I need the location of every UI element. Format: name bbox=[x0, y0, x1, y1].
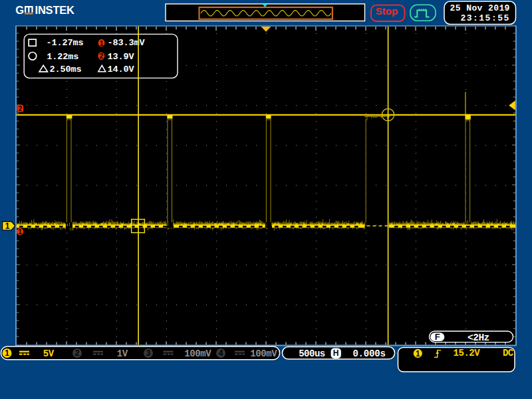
svg-text:2: 2 bbox=[19, 105, 23, 112]
svg-text:DC: DC bbox=[503, 348, 514, 358]
svg-text:1V: 1V bbox=[117, 348, 128, 359]
svg-text:Stop: Stop bbox=[376, 5, 398, 17]
svg-text:3: 3 bbox=[146, 348, 151, 358]
svg-text:1: 1 bbox=[18, 228, 22, 235]
svg-text:13.9V: 13.9V bbox=[108, 52, 135, 62]
svg-text:F: F bbox=[435, 332, 440, 342]
svg-text:-83.3mV: -83.3mV bbox=[108, 38, 146, 48]
svg-text:2: 2 bbox=[75, 348, 80, 358]
svg-text:1: 1 bbox=[5, 348, 9, 358]
svg-text:25 Nov 2019: 25 Nov 2019 bbox=[450, 3, 510, 13]
svg-text:1: 1 bbox=[5, 221, 10, 231]
svg-text:1.22ms: 1.22ms bbox=[47, 52, 78, 62]
svg-text:<2Hz: <2Hz bbox=[467, 332, 489, 343]
svg-text:14.0V: 14.0V bbox=[108, 65, 135, 74]
svg-text:H: H bbox=[333, 348, 339, 358]
svg-text:2.50ms: 2.50ms bbox=[50, 65, 82, 74]
svg-text:100mV: 100mV bbox=[184, 348, 211, 359]
svg-text:500us: 500us bbox=[299, 348, 325, 359]
svg-text:1: 1 bbox=[100, 39, 104, 47]
svg-text:5V: 5V bbox=[43, 348, 55, 359]
svg-text:-1.27ms: -1.27ms bbox=[46, 38, 83, 48]
svg-text:23:15:55: 23:15:55 bbox=[460, 13, 509, 23]
svg-text:1: 1 bbox=[416, 349, 420, 358]
svg-text:15.2V: 15.2V bbox=[454, 348, 481, 358]
svg-text:100mV: 100mV bbox=[250, 348, 277, 359]
svg-text:G: G bbox=[15, 4, 24, 16]
svg-text:4: 4 bbox=[219, 348, 223, 358]
svg-text:INSTEK: INSTEK bbox=[35, 4, 75, 16]
svg-text:0.000s: 0.000s bbox=[352, 348, 385, 359]
svg-text:2: 2 bbox=[99, 52, 103, 60]
